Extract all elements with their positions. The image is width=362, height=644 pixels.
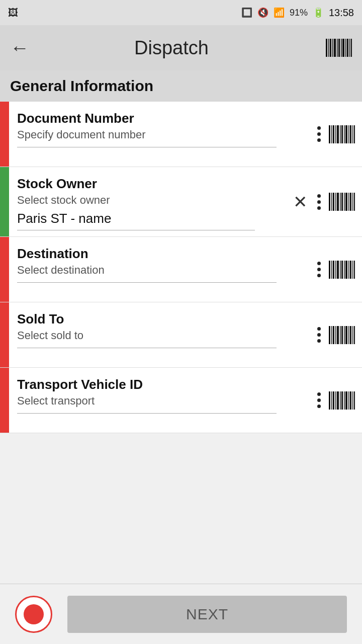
bottom-bar: NEXT	[0, 584, 362, 644]
svg-rect-8	[342, 39, 344, 57]
field-scan-button-document-number[interactable]	[329, 125, 355, 143]
svg-rect-31	[340, 193, 341, 211]
svg-rect-21	[345, 125, 347, 143]
svg-rect-24	[352, 125, 353, 143]
more-options-button-document-number[interactable]	[315, 124, 323, 144]
field-label-document-number: Document Number	[17, 111, 305, 126]
field-indicator-stock-owner	[0, 167, 9, 236]
field-row-document-number: Document NumberSpecify document number	[0, 102, 362, 167]
barcode-icon	[326, 38, 352, 58]
svg-rect-14	[331, 125, 332, 143]
svg-rect-66	[331, 391, 332, 410]
field-indicator-destination	[0, 237, 9, 302]
svg-rect-60	[345, 326, 347, 344]
svg-rect-63	[352, 326, 353, 344]
section-header-text: General Information	[10, 77, 153, 94]
svg-rect-52	[329, 326, 330, 344]
field-label-stock-owner: Stock Owner	[17, 176, 281, 192]
svg-rect-42	[335, 261, 336, 279]
svg-rect-15	[333, 125, 334, 143]
svg-rect-28	[333, 193, 334, 211]
field-actions-transport-vehicle-id	[313, 368, 362, 433]
svg-rect-51	[354, 261, 355, 279]
field-indicator-sold-to	[0, 302, 9, 367]
field-actions-destination	[313, 237, 362, 302]
svg-rect-77	[354, 391, 355, 410]
svg-rect-4	[334, 39, 336, 57]
top-navigation: ← Dispatch	[0, 25, 362, 70]
svg-rect-65	[329, 391, 330, 410]
svg-rect-17	[337, 125, 339, 143]
svg-rect-69	[337, 391, 339, 410]
barcode-scan-button[interactable]	[326, 38, 352, 58]
svg-rect-29	[335, 193, 336, 211]
field-underline-destination	[17, 282, 277, 283]
svg-rect-22	[348, 125, 349, 143]
clear-button-stock-owner[interactable]: ✕	[291, 191, 309, 212]
field-content-destination[interactable]: DestinationSelect destination	[9, 237, 313, 302]
field-underline-sold-to	[17, 347, 277, 348]
field-scan-button-destination[interactable]	[329, 261, 355, 279]
field-label-destination: Destination	[17, 246, 305, 262]
field-actions-document-number	[313, 102, 362, 167]
svg-rect-41	[333, 261, 334, 279]
svg-rect-11	[349, 39, 350, 57]
svg-rect-1	[328, 39, 329, 57]
page-title: Dispatch	[37, 37, 306, 59]
svg-rect-25	[354, 125, 355, 143]
svg-rect-50	[352, 261, 353, 279]
svg-rect-56	[337, 326, 339, 344]
fields-container: Document NumberSpecify document number S…	[0, 102, 362, 433]
field-subtitle-stock-owner: Select stock owner	[17, 194, 281, 207]
more-options-button-transport-vehicle-id[interactable]	[315, 390, 323, 410]
svg-rect-35	[348, 193, 349, 211]
svg-rect-3	[332, 39, 333, 57]
svg-rect-40	[331, 261, 332, 279]
svg-rect-44	[340, 261, 341, 279]
svg-rect-48	[348, 261, 349, 279]
back-button[interactable]: ←	[10, 38, 29, 57]
field-content-sold-to[interactable]: Sold ToSelect sold to	[9, 302, 313, 367]
photo-icon: 🖼	[8, 7, 18, 19]
field-row-stock-owner: Stock OwnerSelect stock ownerParis ST - …	[0, 167, 362, 237]
svg-rect-13	[329, 125, 330, 143]
field-label-transport-vehicle-id: Transport Vehicle ID	[17, 377, 305, 392]
more-options-button-destination[interactable]	[315, 260, 323, 279]
svg-rect-20	[344, 125, 345, 143]
svg-rect-71	[341, 391, 343, 410]
field-value-stock-owner: Paris ST - name	[17, 211, 281, 226]
svg-rect-18	[340, 125, 341, 143]
record-button[interactable]	[15, 596, 52, 633]
svg-rect-6	[338, 39, 340, 57]
svg-rect-23	[350, 125, 351, 143]
field-scan-button-sold-to[interactable]	[329, 326, 355, 344]
svg-rect-36	[350, 193, 351, 211]
svg-rect-73	[345, 391, 347, 410]
svg-rect-7	[341, 39, 342, 57]
field-scan-button-transport-vehicle-id[interactable]	[329, 391, 355, 410]
field-content-stock-owner[interactable]: Stock OwnerSelect stock ownerParis ST - …	[9, 167, 289, 236]
field-content-transport-vehicle-id[interactable]: Transport Vehicle IDSelect transport	[9, 368, 313, 433]
svg-rect-61	[348, 326, 349, 344]
signal-icon: 📶	[274, 7, 285, 18]
field-subtitle-destination: Select destination	[17, 264, 305, 277]
status-bar: 🖼 🔲 🔇 📶 91% 🔋 13:58	[0, 0, 362, 25]
svg-rect-53	[331, 326, 332, 344]
more-options-button-stock-owner[interactable]	[315, 192, 323, 212]
more-options-button-sold-to[interactable]	[315, 325, 323, 345]
field-scan-button-stock-owner[interactable]	[329, 193, 355, 211]
field-indicator-transport-vehicle-id	[0, 368, 9, 433]
field-indicator-document-number	[0, 102, 9, 167]
field-content-document-number[interactable]: Document NumberSpecify document number	[9, 102, 313, 167]
svg-rect-37	[352, 193, 353, 211]
next-button[interactable]: NEXT	[67, 596, 347, 633]
field-subtitle-transport-vehicle-id: Select transport	[17, 394, 305, 408]
svg-rect-32	[341, 193, 343, 211]
field-actions-stock-owner: ✕	[289, 167, 362, 236]
svg-rect-46	[344, 261, 345, 279]
field-underline-stock-owner	[17, 229, 255, 230]
svg-rect-33	[344, 193, 345, 211]
svg-rect-5	[337, 39, 338, 57]
svg-rect-19	[341, 125, 343, 143]
svg-rect-43	[337, 261, 339, 279]
